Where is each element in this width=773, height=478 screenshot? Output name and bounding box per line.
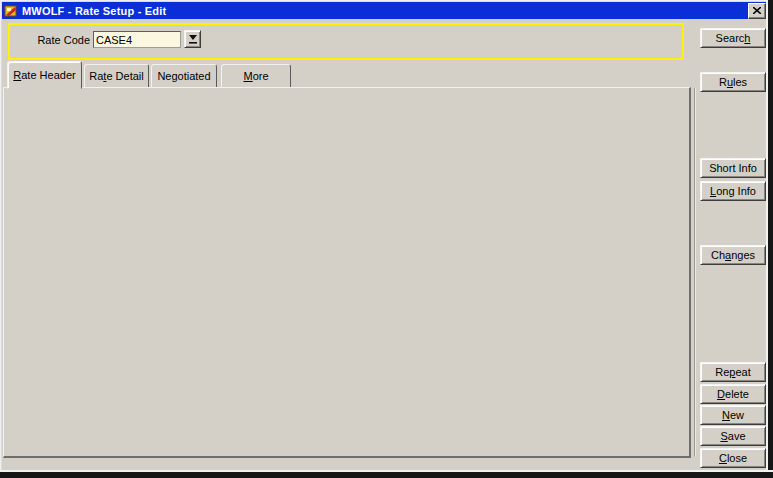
close-button[interactable]: Close (700, 448, 766, 468)
lov-arrow-icon (188, 34, 198, 44)
rate-header-tab-page (3, 87, 691, 458)
delete-button[interactable]: Delete (700, 384, 766, 404)
short-info-button[interactable]: Short Info (700, 158, 766, 178)
app-icon (4, 4, 18, 18)
tab-rate-header[interactable]: Rate Header (7, 61, 82, 89)
content-divider (694, 88, 696, 456)
rate-code-search-input[interactable] (93, 31, 181, 48)
title-bar: MWOLF - Rate Setup - Edit (2, 2, 768, 19)
rate-code-search-label: Rate Code (18, 33, 90, 47)
repeat-button[interactable]: Repeat (700, 362, 766, 382)
tab-more[interactable]: More (221, 64, 291, 88)
window-title: MWOLF - Rate Setup - Edit (22, 5, 748, 17)
search-button[interactable]: Search (700, 28, 766, 48)
rules-button[interactable]: Rules (700, 72, 766, 92)
changes-button[interactable]: Changes (700, 245, 766, 265)
tab-negotiated[interactable]: Negotiated (151, 64, 217, 88)
window-bottom-edge (0, 470, 773, 478)
tab-rate-detail[interactable]: Rate Detail (84, 64, 149, 88)
window-right-edge (766, 0, 773, 478)
save-button[interactable]: Save (700, 426, 766, 446)
long-info-button[interactable]: Long Info (700, 181, 766, 201)
close-icon[interactable] (748, 3, 766, 19)
rate-setup-window: MWOLF - Rate Setup - Edit Rate Code Rate… (0, 0, 773, 478)
new-button[interactable]: New (700, 405, 766, 425)
rate-code-lov-button[interactable] (184, 30, 201, 48)
